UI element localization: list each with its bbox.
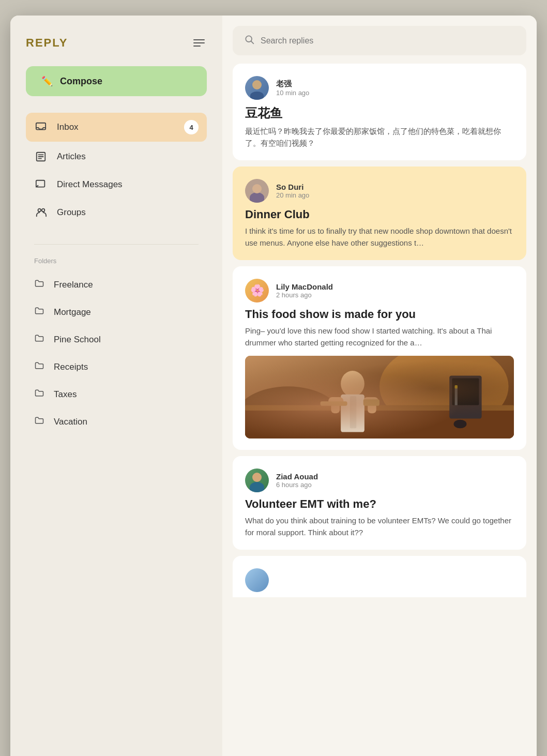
groups-icon [34, 207, 48, 218]
groups-label: Groups [57, 207, 199, 218]
folder-item-vacation[interactable]: Vacation [26, 408, 207, 435]
svg-rect-13 [245, 408, 514, 439]
folder-icon-mortgage [34, 306, 44, 319]
menu-line-1 [193, 39, 205, 40]
avatar-msg3: 🌸 [245, 279, 269, 303]
search-bar [233, 26, 526, 55]
message-card-msg1[interactable]: 老强 10 min ago 豆花鱼 最近忙吗？昨晚我去了你最爱的那家饭馆，点了他… [233, 64, 526, 160]
message-card-msg3[interactable]: 🌸 Lily MacDonald 2 hours ago This food s… [233, 266, 526, 450]
folder-item-mortgage[interactable]: Mortgage [26, 298, 207, 326]
sender-info-msg3: Lily MacDonald 2 hours ago [276, 282, 333, 299]
sidebar-item-articles[interactable]: Articles [26, 144, 207, 170]
message-subject-msg4: Volunteer EMT with me? [245, 497, 514, 511]
sender-name-msg4: Ziad Aouad [276, 472, 318, 481]
sidebar-item-inbox[interactable]: Inbox 4 [26, 113, 207, 142]
search-input[interactable] [261, 36, 515, 46]
svg-point-15 [341, 371, 364, 397]
direct-messages-icon [34, 179, 48, 190]
inbox-icon [34, 122, 48, 133]
svg-rect-20 [331, 402, 340, 413]
compose-icon: ✏️ [41, 75, 53, 87]
sender-time-msg1: 10 min ago [276, 89, 309, 97]
sender-time-msg2: 20 min ago [276, 191, 309, 199]
message-preview-msg1: 最近忙吗？昨晚我去了你最爱的那家饭馆，点了他们的特色菜，吃着就想你了。有空咱们视… [245, 126, 514, 149]
folders-label: Folders [26, 257, 207, 265]
svg-point-7 [42, 209, 45, 212]
message-card-msg2[interactable]: So Duri 20 min ago Dinner Club I think i… [233, 167, 526, 260]
sidebar-item-direct-messages[interactable]: Direct Messages [26, 172, 207, 198]
menu-line-3 [193, 46, 201, 47]
menu-icon[interactable] [191, 37, 207, 49]
direct-messages-label: Direct Messages [57, 179, 199, 190]
app-container: REPLY ✏️ Compose Inbox 4 [10, 16, 537, 756]
svg-rect-21 [368, 402, 376, 413]
message-header-msg3: 🌸 Lily MacDonald 2 hours ago [245, 279, 514, 303]
main-content: 老强 10 min ago 豆花鱼 最近忙吗？昨晚我去了你最爱的那家饭馆，点了他… [222, 16, 537, 756]
sender-info-msg1: 老强 10 min ago [276, 79, 309, 97]
folder-item-taxes[interactable]: Taxes [26, 381, 207, 408]
message-image-msg3 [245, 356, 514, 439]
sender-name-msg1: 老强 [276, 79, 309, 89]
message-card-partial[interactable] [233, 556, 526, 597]
folders-section: Folders Freelance Mortgage [26, 257, 207, 435]
svg-rect-19 [363, 397, 378, 405]
svg-point-12 [245, 386, 342, 439]
message-header-msg1: 老强 10 min ago [245, 76, 514, 100]
svg-rect-14 [245, 405, 514, 411]
svg-rect-22 [321, 401, 347, 405]
folder-icon-freelance [34, 278, 44, 291]
compose-label: Compose [60, 76, 102, 87]
sender-name-msg3: Lily MacDonald [276, 282, 333, 291]
svg-rect-27 [455, 386, 458, 405]
avatar-msg2 [245, 179, 269, 203]
message-subject-msg1: 豆花鱼 [245, 105, 514, 122]
sender-name-msg2: So Duri [276, 183, 309, 191]
svg-rect-10 [245, 356, 514, 439]
menu-line-2 [193, 42, 205, 43]
avatar-partial [245, 568, 269, 592]
message-header-msg4: Ziad Aouad 6 hours ago [245, 468, 514, 492]
svg-rect-25 [452, 379, 479, 405]
folder-label-pine-school: Pine School [54, 335, 101, 345]
svg-point-11 [379, 356, 509, 429]
folder-item-freelance[interactable]: Freelance [26, 271, 207, 298]
sender-time-msg4: 6 hours ago [276, 481, 318, 489]
folder-icon-vacation [34, 415, 44, 428]
message-preview-msg3: Ping– you'd love this new food show I st… [245, 325, 514, 349]
sidebar-header: REPLY [26, 36, 207, 50]
avatar-msg1 [245, 76, 269, 100]
svg-rect-18 [328, 397, 343, 405]
svg-point-6 [38, 209, 41, 212]
compose-button[interactable]: ✏️ Compose [26, 66, 207, 96]
svg-rect-17 [350, 396, 356, 428]
articles-icon [34, 151, 48, 162]
folder-label-freelance: Freelance [54, 280, 93, 290]
folder-item-pine-school[interactable]: Pine School [26, 326, 207, 353]
message-subject-msg3: This food show is made for you [245, 308, 514, 321]
sidebar: REPLY ✏️ Compose Inbox 4 [10, 16, 222, 756]
articles-label: Articles [57, 152, 199, 162]
folder-icon-taxes [34, 388, 44, 401]
sender-info-msg4: Ziad Aouad 6 hours ago [276, 472, 318, 489]
svg-rect-23 [363, 399, 379, 405]
folder-icon-receipts [34, 360, 44, 373]
folder-label-receipts: Receipts [54, 362, 88, 372]
inbox-label: Inbox [57, 122, 175, 132]
folder-item-receipts[interactable]: Receipts [26, 353, 207, 381]
food-show-image [245, 356, 514, 439]
message-card-msg4[interactable]: Ziad Aouad 6 hours ago Volunteer EMT wit… [233, 456, 526, 550]
svg-rect-24 [449, 375, 481, 418]
folder-label-vacation: Vacation [54, 417, 87, 427]
sidebar-item-groups[interactable]: Groups [26, 200, 207, 225]
message-subject-msg2: Dinner Club [245, 208, 514, 221]
sender-info-msg2: So Duri 20 min ago [276, 183, 309, 199]
folder-label-taxes: Taxes [54, 389, 77, 400]
app-logo: REPLY [26, 36, 68, 50]
messages-list: 老强 10 min ago 豆花鱼 最近忙吗？昨晚我去了你最爱的那家饭馆，点了他… [222, 64, 537, 608]
message-header-msg2: So Duri 20 min ago [245, 179, 514, 203]
folder-icon-pine-school [34, 333, 44, 346]
message-header-partial [245, 568, 514, 592]
message-preview-msg2: I think it's time for us to finally try … [245, 225, 514, 249]
sidebar-divider [34, 244, 199, 245]
nav-items: Inbox 4 Articles Direct Mess [26, 113, 207, 225]
